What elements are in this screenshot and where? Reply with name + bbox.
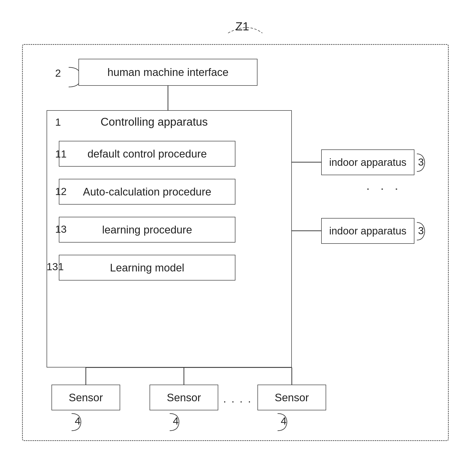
auto-calculation-procedure-box: Auto-calculation procedure bbox=[59, 179, 236, 204]
label-2: 2 bbox=[55, 67, 61, 79]
label-3-bottom: 3 bbox=[418, 225, 424, 237]
sensor-1-text: Sensor bbox=[69, 391, 103, 404]
ctrl-title: Controlling apparatus bbox=[101, 115, 208, 128]
label-3-top: 3 bbox=[418, 156, 424, 168]
hmi-box: human machine interface bbox=[78, 59, 257, 86]
indoor-2-text: indoor apparatus bbox=[329, 225, 406, 237]
label-12: 12 bbox=[55, 186, 67, 197]
box-13-text: learning procedure bbox=[102, 224, 192, 236]
box-11-text: default control procedure bbox=[88, 148, 207, 160]
sensor-dots: · · · · bbox=[223, 394, 252, 408]
default-control-procedure-box: default control procedure bbox=[59, 141, 236, 167]
sensor-2-text: Sensor bbox=[167, 391, 201, 404]
box-131-text: Learning model bbox=[110, 262, 184, 274]
indoor-dots: ··· bbox=[362, 187, 404, 190]
indoor-apparatus-box-1: indoor apparatus bbox=[321, 150, 414, 175]
label-4-1: 4 bbox=[75, 415, 80, 427]
box-12-text: Auto-calculation procedure bbox=[83, 186, 211, 198]
label-1: 1 bbox=[55, 116, 61, 128]
sensor-box-1: Sensor bbox=[52, 385, 120, 410]
indoor-1-text: indoor apparatus bbox=[329, 156, 406, 168]
label-13: 13 bbox=[55, 223, 67, 235]
hmi-text: human machine interface bbox=[108, 66, 229, 78]
diagram-container: Z1 human machine interface 2 Controlling… bbox=[15, 20, 456, 456]
z1-label: Z1 bbox=[236, 20, 249, 33]
learning-model-box: Learning model bbox=[59, 255, 236, 281]
label-4-3: 4 bbox=[281, 415, 286, 427]
label-131: 131 bbox=[47, 261, 64, 273]
learning-procedure-box: learning procedure bbox=[59, 217, 236, 242]
sensor-box-2: Sensor bbox=[150, 385, 218, 410]
sensor-3-text: Sensor bbox=[275, 391, 309, 404]
indoor-apparatus-box-2: indoor apparatus bbox=[321, 218, 414, 244]
label-4-2: 4 bbox=[173, 415, 179, 427]
label-11: 11 bbox=[55, 148, 67, 160]
sensor-box-3: Sensor bbox=[257, 385, 326, 410]
